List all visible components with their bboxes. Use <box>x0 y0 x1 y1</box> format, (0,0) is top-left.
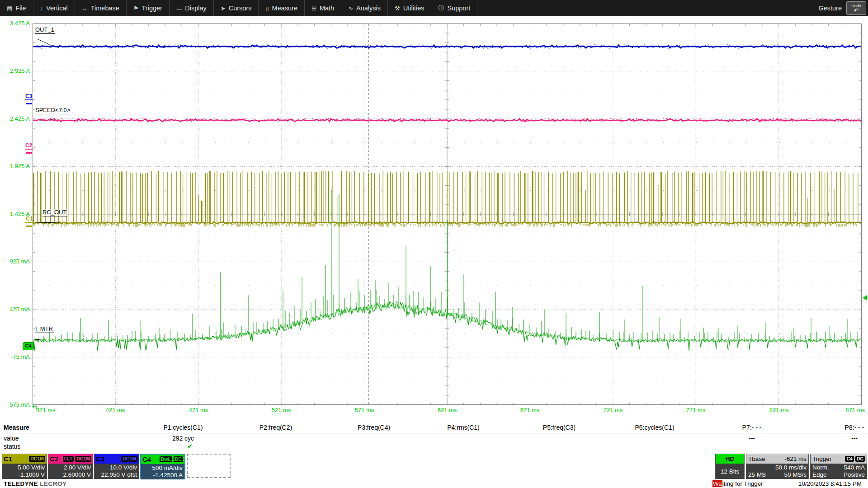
channel-marker-c4[interactable]: C4 <box>23 342 34 350</box>
trace-label-rcout: RC_OUT <box>42 209 67 216</box>
menu-item-vertical[interactable]: ↕Vertical <box>33 0 75 16</box>
c3-scale: 10.0 V/div <box>94 464 137 471</box>
trigger-title: Trigger <box>812 455 831 462</box>
x-axis-label: 471 ms <box>189 407 208 413</box>
trace-C1-pulses <box>38 171 862 223</box>
trigger-level: 540 mA <box>844 464 865 471</box>
channel-box-c1[interactable]: C1DC1M 5.00 V/div-1.1000 V <box>2 454 47 479</box>
menu-item-analysis[interactable]: ∿Analysis <box>341 0 388 16</box>
y-axis-label: -575 mA <box>0 401 30 408</box>
trigger-time-arrow-icon <box>31 404 38 411</box>
timebase-title: Tbase <box>748 455 765 462</box>
menu-item-measure-label: Measure <box>272 5 297 12</box>
menu-item-display[interactable]: ▭Display <box>170 0 214 16</box>
y-axis-label: 1.925 A <box>0 163 30 169</box>
timebase-icon: ↔ <box>82 5 88 12</box>
c3-offset: 22.950 V ofst <box>94 471 137 479</box>
channel-box-c3[interactable]: C3DC1M 10.0 V/div22.950 V ofst <box>94 454 139 479</box>
menu-item-measure[interactable]: ▯Measure <box>259 0 305 16</box>
brand-light: LECROY <box>40 480 66 487</box>
hd-box[interactable]: HD 12 Bits <box>715 454 745 479</box>
trigger-status: Waiting for Trigger <box>712 480 763 487</box>
x-axis-label: 871 ms <box>845 407 865 413</box>
trigger-level-arrow[interactable] <box>863 295 867 300</box>
vertical-icon: ↕ <box>40 5 43 12</box>
trace-C4-spikes <box>39 246 857 342</box>
channel-marker-c1[interactable]: C1 <box>25 216 33 223</box>
measure-p8-header[interactable]: P8:- - - <box>845 424 864 431</box>
measure-p6-header[interactable]: P6:cycles(C1) <box>635 424 674 431</box>
menu-item-file-label: File <box>15 5 26 12</box>
cursors-icon: ➤ <box>221 5 226 12</box>
x-axis-label: 821 ms <box>769 407 789 413</box>
x-axis-label: 621 ms <box>438 407 457 413</box>
y-axis-label: 425 mA <box>0 306 30 313</box>
c4-coupling-badge: DC <box>174 456 183 462</box>
trigger-box[interactable]: TriggerC4DC Norm.540 mA EdgePositive <box>810 454 867 479</box>
c4-scale: 500 mA/div <box>141 465 183 472</box>
timebase-delay: -621 ms <box>784 455 807 462</box>
file-icon: ▤ <box>7 5 12 12</box>
timebase-box[interactable]: Tbase-621 ms 50.0 ms/div 25 MS50 MS/s <box>746 454 809 479</box>
c2-scale: 2.00 V/div <box>48 464 91 471</box>
undo-button[interactable]: Undo↶ <box>846 1 866 15</box>
measure-p7-header[interactable]: P7:- - - <box>742 424 762 431</box>
measure-p3-header[interactable]: P3:freq(C4) <box>358 424 390 431</box>
descriptor-row: C1DC1M 5.00 V/div-1.1000 V C2FLTDC1M 2.0… <box>0 453 868 480</box>
x-axis-label: 521 ms <box>272 407 291 413</box>
trigger-kind: Edge <box>812 471 827 479</box>
undo-icon: ↶ <box>847 8 866 14</box>
menu-item-trigger-label: Trigger <box>142 5 162 12</box>
channel-marker-c2-tick <box>26 152 32 154</box>
channel-marker-c1-tick <box>26 225 32 227</box>
menu-item-utilities[interactable]: ⚒Utilities <box>388 0 431 16</box>
y-axis-label: 2.425 A <box>0 115 30 122</box>
x-axis-label: 671 ms <box>520 407 540 413</box>
analysis-icon: ∿ <box>348 5 353 12</box>
timebase-scale: 50.0 ms/div <box>775 464 807 471</box>
menu-item-math-label: Math <box>320 5 334 12</box>
measure-p5-header[interactable]: P5:freq(C3) <box>543 424 576 431</box>
menu-item-utilities-label: Utilities <box>403 5 425 12</box>
channel-marker-c3[interactable]: C3 <box>25 94 33 100</box>
menu-item-analysis-label: Analysis <box>356 5 381 12</box>
trace-label-leader-lines <box>34 39 60 340</box>
gesture-label: Gesture <box>818 0 846 16</box>
waveform-grid[interactable] <box>33 23 862 405</box>
measure-p1-header[interactable]: P1:cycles(C1) <box>163 424 203 431</box>
utilities-icon: ⚒ <box>395 5 400 12</box>
c3-coupling-badge: DC1M <box>121 456 137 462</box>
menu-item-trigger[interactable]: ⚑Trigger <box>127 0 170 16</box>
measure-p1-status-check-icon: ✔ <box>188 443 193 450</box>
trigger-slope: Positive <box>844 471 865 479</box>
channel-box-c2[interactable]: C2FLTDC1M 2.00 V/div2.60000 V <box>48 454 93 479</box>
menu-item-cursors[interactable]: ➤Cursors <box>214 0 259 16</box>
trace-label-out1: OUT_1 <box>35 26 55 34</box>
measure-icon: ▯ <box>265 5 269 12</box>
menu-item-math[interactable]: ⊞Math <box>305 0 341 16</box>
empty-channel-slot[interactable] <box>187 454 231 478</box>
measure-p4-header[interactable]: P4:rms(C1) <box>447 424 480 431</box>
menu-item-support[interactable]: ⓘSupport <box>431 0 477 16</box>
trigger-flag-icon: ⚑ <box>133 5 139 12</box>
x-axis-label: 371 ms <box>36 407 56 413</box>
hd-bits: 12 Bits <box>717 464 742 479</box>
channel-marker-c2[interactable]: C2 <box>25 143 33 150</box>
c1-coupling-badge: DC1M <box>29 456 45 462</box>
measure-status-row-label: status <box>4 443 20 450</box>
menu-item-file[interactable]: ▤File <box>0 0 33 16</box>
y-axis-label: 3.425 A <box>0 20 30 27</box>
measure-p2-header[interactable]: P2:freq(C2) <box>259 424 292 431</box>
c2-name: C2 <box>50 455 58 463</box>
menu-item-timebase[interactable]: ↔Timebase <box>75 0 127 16</box>
menu-item-support-label: Support <box>447 5 470 12</box>
trace-label-speed: SPEED<7:0> <box>35 107 71 114</box>
timebase-memory: 25 MS <box>748 471 766 479</box>
y-axis-label: -75 mA <box>0 353 30 360</box>
measure-p8-value: --- <box>851 435 858 442</box>
c2-offset: 2.60000 V <box>48 471 91 479</box>
c4-name: C4 <box>142 455 151 463</box>
channel-box-c4[interactable]: C4BwLDC 500 mA/div-1.42500 A <box>140 454 185 479</box>
trigger-status-highlight: Wa <box>712 480 722 487</box>
x-axis-label: 721 ms <box>604 407 623 413</box>
